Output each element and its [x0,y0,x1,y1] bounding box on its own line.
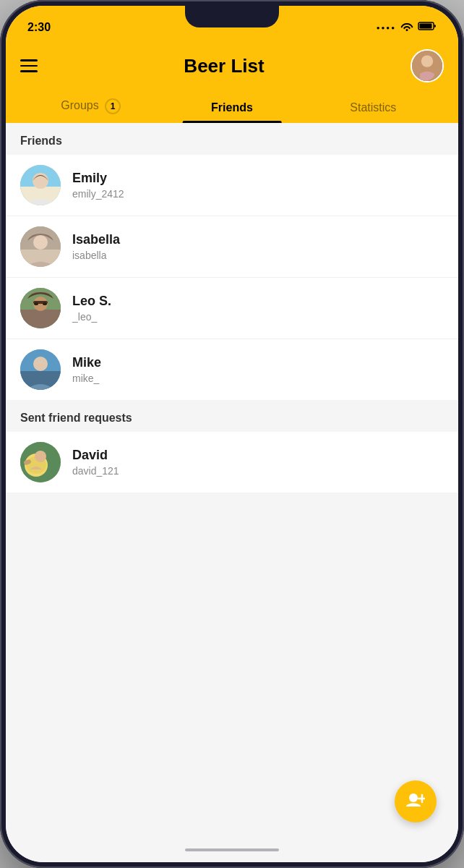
hamburger-menu-button[interactable] [20,59,38,72]
home-indicator [6,838,458,862]
svg-point-3 [421,55,433,67]
header-top: Beer List [20,49,444,91]
avatar [20,288,61,328]
list-item[interactable]: Isabella isabella [6,216,458,278]
friend-username: _leo_ [72,311,444,323]
avatar [20,442,61,482]
profile-avatar[interactable] [411,49,444,82]
phone-frame: 2:30 ●●●● [0,0,464,868]
friend-info: Leo S. _leo_ [72,294,444,323]
friends-list: Emily emily_2412 [6,155,458,400]
home-bar [185,848,279,851]
svg-point-25 [409,793,418,802]
status-time: 2:30 [27,21,51,34]
phone-inner: 2:30 ●●●● [6,6,458,862]
svg-point-19 [33,357,48,371]
friend-name: Isabella [72,232,444,247]
friend-info: David david_121 [72,448,444,477]
friend-username: emily_2412 [72,188,444,200]
add-friend-button[interactable] [395,780,437,822]
battery-icon [418,21,437,34]
list-item[interactable]: Mike mike_ [6,339,458,400]
dots-icon: ●●●● [377,25,396,31]
header: Beer List Groups 1 [6,42,458,123]
app-title: Beer List [184,55,264,77]
add-person-icon [406,792,425,811]
list-item[interactable]: Emily emily_2412 [6,155,458,216]
avatar [20,226,61,267]
friend-username: mike_ [72,373,444,384]
svg-rect-12 [20,310,61,328]
svg-point-10 [33,235,48,250]
notch [185,6,279,27]
friend-name: David [72,448,444,463]
tab-groups[interactable]: Groups 1 [20,91,161,123]
list-item[interactable]: David david_121 [6,432,458,493]
friends-section-header: Friends [6,123,458,155]
friend-username: david_121 [72,465,444,477]
friend-name: Emily [72,171,444,186]
status-icons: ●●●● [377,21,437,34]
svg-point-23 [35,451,46,462]
wifi-icon [400,21,413,34]
list-item[interactable]: Leo S. _leo_ [6,278,458,339]
svg-point-15 [34,302,38,305]
tabs: Groups 1 Friends Statistics [20,91,444,123]
friend-info: Emily emily_2412 [72,171,444,200]
friend-info: Isabella isabella [72,232,444,261]
friend-info: Mike mike_ [72,355,444,384]
sent-requests-section-header: Sent friend requests [6,400,458,432]
friend-name: Mike [72,355,444,370]
groups-badge: 1 [105,98,121,114]
svg-point-16 [43,302,47,305]
tab-statistics[interactable]: Statistics [303,94,444,123]
avatar [20,165,61,205]
friend-username: isabella [72,250,444,261]
tab-friends[interactable]: Friends [161,94,302,123]
avatar [20,349,61,390]
content-area: Friends Emily e [6,123,458,838]
svg-rect-1 [420,24,432,29]
sent-requests-list: David david_121 [6,432,458,493]
friend-name: Leo S. [72,294,444,309]
